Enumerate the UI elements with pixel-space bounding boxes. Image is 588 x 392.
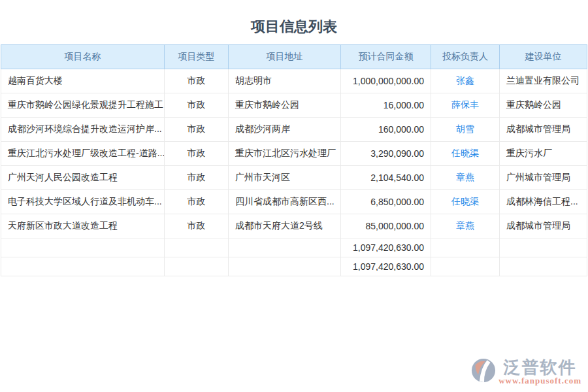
cell-empty (500, 257, 587, 276)
cell-contract-amount: 3,290,090.00 (341, 142, 431, 166)
cell-project-type: 市政 (165, 118, 229, 142)
brand-url: www.fanpusoft.com (498, 376, 581, 385)
cell-bid-manager: 任晓渠 (431, 190, 500, 214)
cell-empty (229, 238, 341, 257)
cell-contract-amount: 85,000,000.00 (341, 214, 431, 238)
cell-project-name: 天府新区市政大道改造工程 (1, 214, 165, 238)
cell-project-address: 成都沙河两岸 (229, 118, 341, 142)
table-row: 重庆市鹅岭公园绿化景观提升工程施工市政重庆市鹅岭公园16,000.00薛保丰重庆… (1, 93, 587, 118)
cell-project-address: 广州市天河区 (229, 166, 341, 190)
table-row: 成都沙河环境综合提升改造运河护岸...市政成都沙河两岸160,000.00胡雪成… (1, 118, 587, 142)
cell-empty (431, 238, 500, 257)
cell-empty (165, 238, 229, 257)
bid-manager-link[interactable]: 张鑫 (456, 75, 474, 86)
cell-contract-amount: 160,000.00 (341, 118, 431, 142)
cell-bid-manager: 任晓渠 (431, 142, 500, 166)
cell-construction-unit: 广州城市管理局 (500, 166, 587, 190)
table-row: 重庆江北污水处理厂级改造工程-道路...市政重庆市江北区污水处理厂3,290,0… (1, 142, 587, 166)
cell-project-type: 市政 (165, 69, 229, 93)
cell-project-type: 市政 (165, 142, 229, 166)
bid-manager-link[interactable]: 任晓渠 (451, 196, 479, 206)
cell-construction-unit: 重庆污水厂 (500, 142, 587, 166)
cell-construction-unit: 成都林海信工程... (500, 190, 587, 214)
fanpu-watermark: 泛普软件 www.fanpusoft.com (471, 358, 581, 385)
bid-manager-link[interactable]: 任晓渠 (451, 148, 479, 158)
cell-project-name: 重庆市鹅岭公园绿化景观提升工程施工 (1, 93, 165, 118)
cell-project-type: 市政 (165, 93, 229, 118)
table-row: 电子科技大学区域人行道及非机动车...市政四川省成都市高新区西...6,850,… (1, 190, 587, 214)
cell-contract-amount: 2,104,540.00 (341, 166, 431, 190)
cell-project-address: 成都市天府大道2号线 (229, 214, 341, 238)
cell-construction-unit: 成都城市管理局 (500, 214, 587, 238)
cell-construction-unit: 重庆鹅岭公园 (500, 93, 587, 118)
cell-empty (1, 257, 165, 276)
cell-project-type: 市政 (165, 190, 229, 214)
total-amount: 1,097,420,630.00 (341, 257, 431, 276)
cell-construction-unit: 成都城市管理局 (500, 118, 587, 142)
brand-name: 泛普软件 (504, 359, 577, 376)
table-row: 天府新区市政大道改造工程市政成都市天府大道2号线85,000,000.00章燕成… (1, 214, 587, 238)
cell-contract-amount: 1,000,000,000.00 (341, 69, 431, 93)
table-row: 越南百货大楼市政胡志明市1,000,000,000.00张鑫兰迪置业有限公司 (1, 69, 587, 93)
col-header-project-type: 项目类型 (165, 45, 229, 69)
cell-bid-manager: 胡雪 (431, 118, 500, 142)
table-header: 项目名称 项目类型 项目地址 预计合同金额 投标负责人 建设单位 (1, 45, 587, 69)
cell-project-type: 市政 (165, 166, 229, 190)
cell-bid-manager: 张鑫 (431, 69, 500, 93)
cell-project-address: 重庆市鹅岭公园 (229, 93, 341, 118)
cell-project-address: 四川省成都市高新区西... (229, 190, 341, 214)
header-row: 项目名称 项目类型 项目地址 预计合同金额 投标负责人 建设单位 (1, 45, 587, 69)
bid-manager-link[interactable]: 胡雪 (456, 123, 474, 134)
cell-empty (229, 257, 341, 276)
fanpu-logo-icon (471, 358, 496, 385)
project-info-table: 项目名称 项目类型 项目地址 预计合同金额 投标负责人 建设单位 越南百货大楼市… (1, 44, 587, 276)
col-header-construction-unit: 建设单位 (500, 45, 587, 69)
col-header-bid-manager: 投标负责人 (431, 45, 500, 69)
table-row: 广州天河人民公园改造工程市政广州市天河区2,104,540.00章燕广州城市管理… (1, 166, 587, 190)
bid-manager-link[interactable]: 薛保丰 (451, 99, 479, 110)
subtotal-row: 1,097,420,630.00 (1, 238, 587, 257)
cell-project-address: 重庆市江北区污水处理厂 (229, 142, 341, 166)
cell-bid-manager: 薛保丰 (431, 93, 500, 118)
subtotal-amount: 1,097,420,630.00 (341, 238, 431, 257)
page-title: 项目信息列表 (0, 0, 588, 44)
cell-empty (165, 257, 229, 276)
table-body: 越南百货大楼市政胡志明市1,000,000,000.00张鑫兰迪置业有限公司重庆… (1, 69, 587, 238)
cell-empty (1, 238, 165, 257)
cell-project-name: 成都沙河环境综合提升改造运河护岸... (1, 118, 165, 142)
cell-bid-manager: 章燕 (431, 214, 500, 238)
cell-empty (500, 238, 587, 257)
cell-project-address: 胡志明市 (229, 69, 341, 93)
col-header-project-name: 项目名称 (1, 45, 165, 69)
cell-project-name: 重庆江北污水处理厂级改造工程-道路... (1, 142, 165, 166)
col-header-project-address: 项目地址 (229, 45, 341, 69)
cell-project-type: 市政 (165, 214, 229, 238)
table-footer: 1,097,420,630.00 1,097,420,630.00 (1, 238, 587, 276)
cell-contract-amount: 6,850,000.00 (341, 190, 431, 214)
cell-empty (431, 257, 500, 276)
cell-project-name: 越南百货大楼 (1, 69, 165, 93)
cell-project-name: 电子科技大学区域人行道及非机动车... (1, 190, 165, 214)
bid-manager-link[interactable]: 章燕 (456, 172, 474, 182)
cell-construction-unit: 兰迪置业有限公司 (500, 69, 587, 93)
cell-project-name: 广州天河人民公园改造工程 (1, 166, 165, 190)
bid-manager-link[interactable]: 章燕 (456, 220, 474, 231)
cell-contract-amount: 16,000.00 (341, 93, 431, 118)
col-header-contract-amount: 预计合同金额 (341, 45, 431, 69)
cell-bid-manager: 章燕 (431, 166, 500, 190)
total-row: 1,097,420,630.00 (1, 257, 587, 276)
